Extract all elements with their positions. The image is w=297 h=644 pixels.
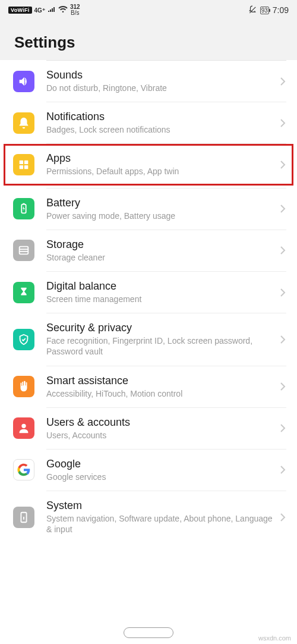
chevron-right-icon xyxy=(277,246,289,255)
row-subtitle: Do not disturb, Ringtone, Vibrate xyxy=(46,83,277,93)
row-notifications[interactable]: Notifications Badges, Lock screen notifi… xyxy=(0,102,297,143)
svg-rect-0 xyxy=(20,161,23,164)
svg-rect-1 xyxy=(24,161,28,164)
row-subtitle: Badges, Lock screen notifications xyxy=(46,124,277,135)
row-title: System xyxy=(46,500,277,512)
row-smart-assistance[interactable]: Smart assistance Accessibility, HiTouch,… xyxy=(0,366,297,407)
svg-rect-2 xyxy=(20,165,23,169)
chevron-right-icon xyxy=(277,335,289,344)
person-icon xyxy=(13,417,34,439)
chevron-right-icon xyxy=(277,513,289,522)
row-sounds[interactable]: Sounds Do not disturb, Ringtone, Vibrate xyxy=(0,61,297,102)
mute-icon xyxy=(248,5,257,15)
wifi-icon xyxy=(58,6,68,15)
row-title: Sounds xyxy=(46,69,277,81)
row-title: Google xyxy=(46,458,277,470)
row-battery[interactable]: Battery Power saving mode, Battery usage xyxy=(0,189,297,230)
chevron-right-icon xyxy=(277,204,289,213)
row-title: Users & accounts xyxy=(46,416,277,429)
row-digital-balance[interactable]: Digital balance Screen time management xyxy=(0,272,297,313)
row-subtitle: Power saving mode, Battery usage xyxy=(46,211,277,221)
clock: 7:09 xyxy=(273,5,289,15)
settings-list: Sounds Do not disturb, Ringtone, Vibrate… xyxy=(0,60,297,543)
row-subtitle: Storage cleaner xyxy=(46,252,277,263)
row-apps[interactable]: Apps Permissions, Default apps, App twin xyxy=(4,144,293,185)
watermark: wsxdn.com xyxy=(258,634,291,642)
network-speed: 312 B/s xyxy=(70,4,80,16)
google-icon xyxy=(13,459,34,480)
status-bar: VoWiFi 4G⁺ 312 B/s 93 7:09 xyxy=(0,0,297,20)
row-storage[interactable]: Storage Storage cleaner xyxy=(0,230,297,271)
row-google[interactable]: Google Google services xyxy=(0,450,297,491)
row-title: Apps xyxy=(46,152,277,165)
row-users[interactable]: Users & accounts Users, Accounts xyxy=(0,408,297,449)
chevron-right-icon xyxy=(277,423,289,433)
chevron-right-icon xyxy=(277,465,289,475)
row-security[interactable]: Security & privacy Face recognition, Fin… xyxy=(0,313,297,365)
chevron-right-icon xyxy=(277,288,289,297)
row-system[interactable]: System System navigation, Software updat… xyxy=(0,491,297,543)
svg-rect-6 xyxy=(20,247,29,255)
chevron-right-icon xyxy=(277,382,289,391)
row-subtitle: Accessibility, HiTouch, Motion control xyxy=(46,388,277,399)
row-subtitle: System navigation, Software update, Abou… xyxy=(46,513,277,535)
chevron-right-icon xyxy=(277,160,289,169)
row-title: Storage xyxy=(46,238,277,251)
row-title: Digital balance xyxy=(46,280,277,293)
row-subtitle: Permissions, Default apps, App twin xyxy=(46,166,277,177)
row-subtitle: Google services xyxy=(46,472,277,482)
row-subtitle: Users, Accounts xyxy=(46,430,277,441)
chevron-right-icon xyxy=(277,77,289,86)
apps-grid-icon xyxy=(13,154,34,175)
row-title: Notifications xyxy=(46,111,277,123)
vowifi-badge: VoWiFi xyxy=(8,7,32,14)
home-indicator[interactable] xyxy=(124,627,173,638)
svg-rect-5 xyxy=(23,203,25,205)
row-subtitle: Face recognition, Fingerprint ID, Lock s… xyxy=(46,335,277,357)
row-title: Battery xyxy=(46,197,277,209)
svg-point-9 xyxy=(21,424,26,428)
volume-icon xyxy=(13,71,34,92)
bell-icon xyxy=(13,112,34,134)
row-title: Security & privacy xyxy=(46,322,277,334)
signal-icon xyxy=(48,6,56,14)
page-header: Settings xyxy=(0,20,297,60)
shield-check-icon xyxy=(13,329,34,350)
page-title: Settings xyxy=(14,33,283,52)
svg-rect-3 xyxy=(24,165,28,169)
row-title: Smart assistance xyxy=(46,375,277,387)
chevron-right-icon xyxy=(277,118,289,128)
hand-icon xyxy=(13,376,34,397)
battery-charge-icon xyxy=(13,198,34,219)
row-subtitle: Screen time management xyxy=(46,294,277,304)
storage-icon xyxy=(13,240,34,261)
battery-icon: 93 xyxy=(260,7,269,14)
device-info-icon xyxy=(13,507,34,528)
hourglass-icon xyxy=(13,282,34,303)
network-type: 4G⁺ xyxy=(34,7,45,14)
